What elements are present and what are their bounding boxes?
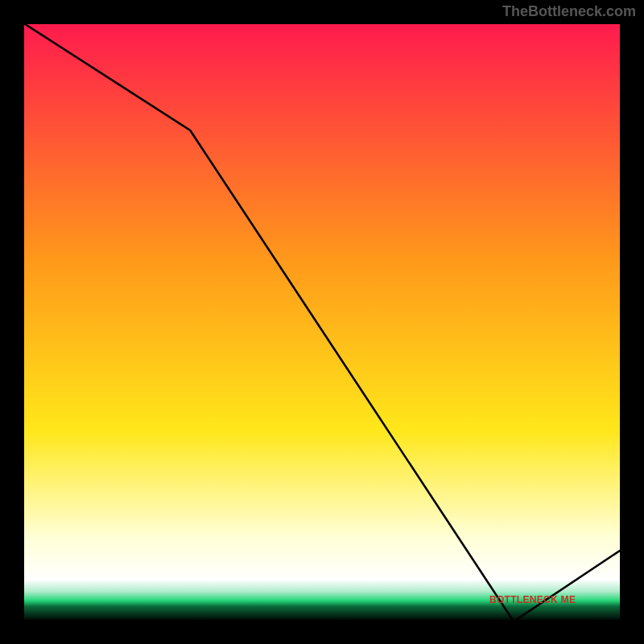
chart-stage: TheBottleneck.com BOTTLENECK (0, 0, 644, 644)
chart-svg (23, 23, 621, 621)
attribution-text: TheBottleneck.com (502, 3, 636, 20)
plot-frame: BOTTLENECK ME (23, 23, 621, 621)
gradient-background (23, 23, 621, 621)
watermark-label: BOTTLENECK ME (489, 594, 576, 605)
